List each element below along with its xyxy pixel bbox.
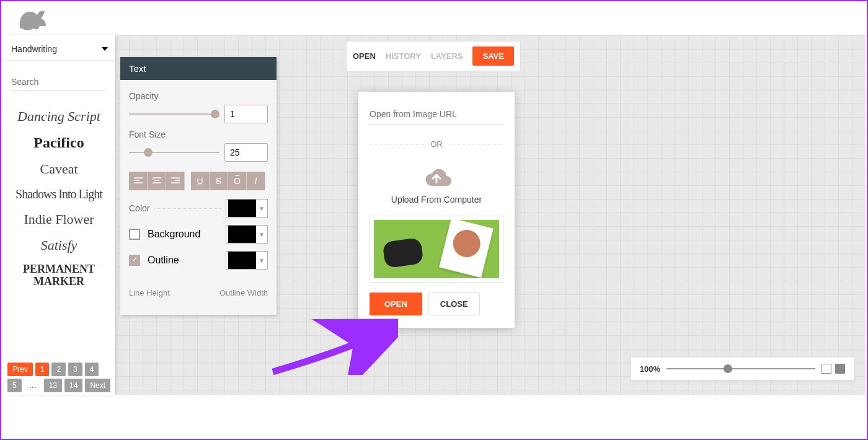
- font-item[interactable]: Dancing Script: [5, 103, 113, 130]
- font-size-slider[interactable]: [129, 148, 219, 157]
- sample-image-thumb[interactable]: [370, 216, 503, 283]
- outline-width-label: Outline Width: [219, 288, 268, 297]
- font-size-label: Font Size: [129, 130, 268, 139]
- font-item[interactable]: Pacifico: [5, 130, 113, 156]
- outline-color-picker[interactable]: ▼: [226, 251, 268, 270]
- opacity-value[interactable]: [224, 105, 268, 123]
- font-item[interactable]: Shadows Into Light: [5, 182, 113, 206]
- strike-button[interactable]: S: [210, 172, 228, 190]
- overline-button[interactable]: O̅: [228, 172, 247, 190]
- prev-button[interactable]: Prev: [7, 363, 33, 376]
- align-right-icon: [171, 177, 180, 185]
- text-panel: Text Opacity Font Size: [120, 57, 277, 315]
- background-checkbox[interactable]: [129, 229, 140, 240]
- fit-screen-icon[interactable]: [822, 364, 831, 374]
- modal-open-button[interactable]: OPEN: [370, 293, 422, 315]
- page-button[interactable]: 13: [44, 379, 62, 392]
- opacity-slider[interactable]: [129, 110, 219, 118]
- search-input[interactable]: [11, 73, 107, 91]
- font-sidebar: Handwriting Dancing Script Pacifico Cave…: [2, 35, 115, 395]
- align-left-icon: [134, 177, 143, 185]
- page-button[interactable]: 2: [51, 363, 66, 376]
- text-color-picker[interactable]: ▼: [226, 199, 268, 218]
- next-button[interactable]: Next: [85, 379, 110, 392]
- font-item[interactable]: Permanent Marker: [5, 258, 113, 293]
- tab-open[interactable]: OPEN: [353, 51, 376, 61]
- fullscreen-icon[interactable]: [835, 364, 845, 374]
- tab-history[interactable]: HISTORY: [386, 51, 421, 61]
- page-button[interactable]: 3: [68, 363, 82, 376]
- page-ellipsis: …: [24, 379, 42, 392]
- text-panel-title: Text: [120, 57, 277, 80]
- font-list: Dancing Script Pacifico Caveat Shadows I…: [2, 97, 115, 299]
- zoom-label: 100%: [640, 364, 660, 374]
- opacity-label: Opacity: [129, 91, 268, 101]
- chevron-down-icon: [102, 47, 108, 51]
- font-item[interactable]: Caveat: [5, 156, 113, 182]
- align-right-button[interactable]: [166, 172, 185, 190]
- save-button[interactable]: SAVE: [472, 46, 513, 66]
- page-button[interactable]: 4: [85, 363, 99, 376]
- app-logo: [15, 4, 52, 33]
- italic-button[interactable]: I: [247, 172, 265, 190]
- cloud-upload-icon: [419, 164, 454, 188]
- font-item[interactable]: Satisfy: [5, 232, 113, 258]
- pagination: Prev 1 2 3 4 5 … 13 14 Next: [7, 363, 113, 392]
- font-category-label: Handwriting: [11, 44, 57, 54]
- upload-from-computer[interactable]: Upload From Computer: [370, 164, 503, 205]
- color-label: Color: [129, 203, 149, 213]
- tab-layers[interactable]: LAYERS: [431, 51, 463, 61]
- font-item[interactable]: Indie Flower: [5, 206, 113, 232]
- zoom-slider[interactable]: [666, 364, 815, 373]
- background-color-picker[interactable]: ▼: [226, 225, 268, 244]
- outline-label: Outline: [148, 255, 179, 266]
- align-left-button[interactable]: [129, 172, 148, 190]
- zoom-panel: 100%: [631, 357, 854, 381]
- open-modal: OR Upload From Computer OPEN CLOSE: [358, 92, 515, 328]
- font-category-select[interactable]: Handwriting: [2, 35, 115, 61]
- modal-close-button[interactable]: CLOSE: [428, 293, 480, 315]
- line-height-label: Line Height: [129, 288, 170, 297]
- font-size-value[interactable]: [224, 143, 268, 162]
- page-button[interactable]: 14: [64, 379, 82, 392]
- background-label: Background: [148, 229, 200, 240]
- page-button[interactable]: 5: [7, 379, 22, 392]
- url-input[interactable]: [370, 104, 503, 125]
- top-tabs: OPEN HISTORY LAYERS SAVE: [346, 41, 521, 71]
- align-center-button[interactable]: [148, 172, 166, 190]
- outline-checkbox[interactable]: [129, 255, 140, 266]
- page-button[interactable]: 1: [35, 363, 50, 376]
- upload-text: Upload From Computer: [370, 195, 503, 205]
- align-center-icon: [153, 177, 161, 185]
- or-text: OR: [430, 139, 443, 149]
- underline-button[interactable]: U: [191, 172, 210, 190]
